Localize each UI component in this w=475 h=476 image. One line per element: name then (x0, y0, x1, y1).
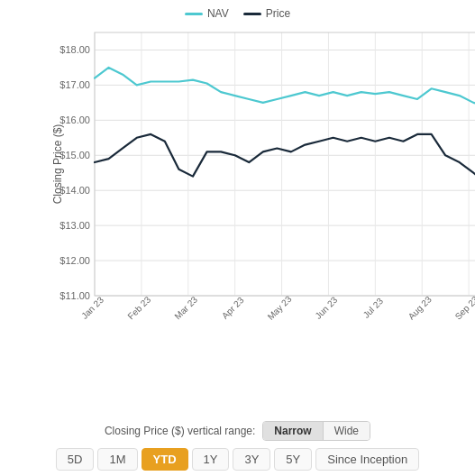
svg-rect-0 (95, 32, 475, 296)
svg-text:$18.00: $18.00 (59, 44, 90, 55)
range-wide-button[interactable]: Wide (324, 422, 370, 440)
time-5y-button[interactable]: 5Y (274, 448, 312, 471)
time-1m-button[interactable]: 1M (97, 448, 137, 471)
nav-legend-item: NAV (185, 7, 229, 20)
controls-area: Closing Price ($) vertical range: Narrow… (0, 414, 475, 476)
range-narrow-button[interactable]: Narrow (263, 422, 323, 440)
svg-text:Apr 23: Apr 23 (220, 295, 246, 321)
svg-text:Sep 23: Sep 23 (453, 294, 475, 321)
price-legend-label: Price (266, 7, 290, 20)
time-1y-button[interactable]: 1Y (192, 448, 230, 471)
svg-text:Aug 23: Aug 23 (406, 294, 434, 321)
chart-area: $11.00$12.00$13.00$14.00$15.00$16.00$17.… (0, 23, 475, 414)
chart-container: NAV Price $11.00$12.00$13.00$14.00$15.00… (0, 0, 475, 476)
svg-text:$11.00: $11.00 (59, 290, 90, 301)
nav-legend-line (185, 13, 203, 15)
time-3y-button[interactable]: 3Y (233, 448, 270, 471)
svg-text:Mar 23: Mar 23 (172, 294, 199, 321)
time-buttons: 5D 1M YTD 1Y 3Y 5Y Since Inception (56, 448, 419, 471)
time-5d-button[interactable]: 5D (56, 448, 95, 471)
chart-legend: NAV Price (0, 0, 475, 23)
range-buttons: Narrow Wide (262, 421, 370, 441)
svg-text:$14.00: $14.00 (59, 185, 90, 196)
range-control-label: Closing Price ($) vertical range: (105, 425, 255, 437)
svg-text:Jul 23: Jul 23 (361, 296, 386, 320)
svg-text:$12.00: $12.00 (59, 255, 90, 266)
chart-svg: $11.00$12.00$13.00$14.00$15.00$16.00$17.… (50, 23, 475, 330)
nav-legend-label: NAV (207, 7, 229, 20)
svg-text:$17.00: $17.00 (59, 79, 90, 90)
price-legend-line (243, 13, 261, 15)
time-since-inception-button[interactable]: Since Inception (315, 448, 419, 471)
range-control: Closing Price ($) vertical range: Narrow… (105, 421, 370, 441)
price-legend-item: Price (243, 7, 290, 20)
svg-text:$15.00: $15.00 (59, 150, 90, 160)
svg-text:Feb 23: Feb 23 (126, 294, 153, 321)
svg-text:May 23: May 23 (266, 294, 294, 322)
svg-text:$13.00: $13.00 (59, 220, 90, 231)
svg-text:Jun 23: Jun 23 (313, 295, 339, 321)
time-ytd-button[interactable]: YTD (142, 448, 188, 471)
svg-text:Closing Price ($): Closing Price ($) (51, 124, 64, 205)
svg-text:$16.00: $16.00 (59, 114, 90, 125)
